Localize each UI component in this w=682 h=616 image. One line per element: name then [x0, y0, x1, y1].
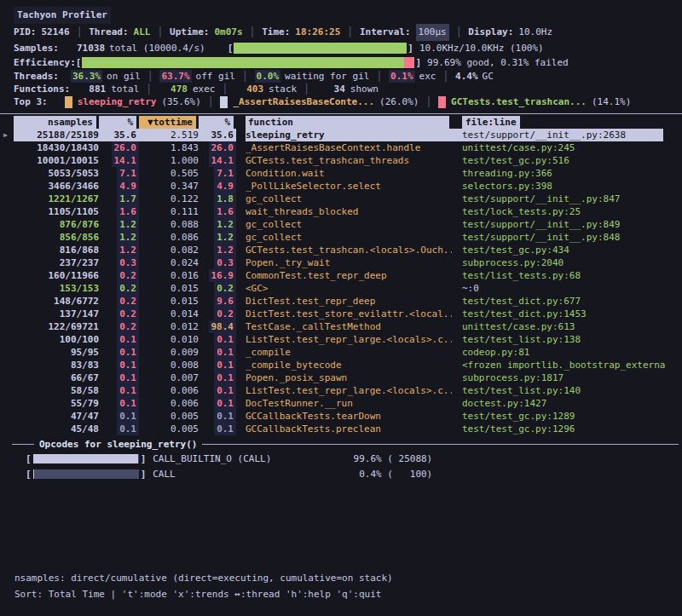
tottime-cell: 0.006	[139, 384, 199, 397]
table-row[interactable]: 45/48 0.1 0.005 0.1 GCCallbackTests.prec…	[0, 423, 682, 435]
footer-help-line: nsamples: direct/cumulative (direct=exec…	[14, 570, 682, 586]
tottime-cell: 0.024	[139, 256, 199, 269]
functions-shown: 34	[316, 83, 345, 95]
top3-label: Top 3:	[14, 95, 48, 109]
table-row[interactable]: 18430/18430 26.0 1.843 26.0 _AssertRaise…	[0, 141, 682, 154]
efficiency-summary: 99.69% good, 0.31% failed	[427, 56, 569, 70]
direct-pct-value: 0.2	[117, 282, 139, 295]
function-table-rows: ▶ 25188/25189 35.6 2.519 35.6 sleeping_r…	[0, 129, 682, 435]
direct-pct-cell: 1.2	[99, 218, 139, 231]
functions-exec: 478	[159, 83, 188, 95]
table-row[interactable]: 148/6772 0.2 0.015 9.6 DictTest.test_rep…	[0, 295, 682, 308]
table-row[interactable]: 160/11966 0.2 0.016 16.9 CommonTest.test…	[0, 269, 682, 282]
cumulative-pct-cell: 0.1	[199, 371, 236, 384]
file-line-cell: threading.py:366	[452, 167, 682, 180]
table-row[interactable]: 58/58 0.1 0.006 0.1 ListTest.test_repr_l…	[0, 384, 682, 397]
direct-pct-value: 1.6	[117, 205, 139, 218]
nsamples-cell: 1105/1105	[14, 205, 99, 218]
column-header-cumulative-pct[interactable]: %	[199, 116, 236, 129]
gold-medal-icon	[65, 96, 72, 108]
separator-line	[202, 444, 679, 445]
tottime-cell: 0.015	[139, 282, 199, 295]
table-row[interactable]: 83/83 0.1 0.008 0.1 _compile_bytecode <f…	[0, 359, 682, 371]
table-row[interactable]: 137/147 0.2 0.014 0.2 DictTest.test_stor…	[0, 308, 682, 320]
cumulative-pct-cell: 0.1	[199, 333, 236, 346]
cumulative-pct-cell: 0.1	[199, 423, 236, 435]
column-header-tottime[interactable]: ▼tottime	[139, 116, 199, 129]
direct-pct-cell: 0.1	[99, 333, 139, 346]
opcodes-separator: Opcodes for sleeping_retry()	[0, 437, 682, 451]
nsamples-cell: 856/856	[14, 231, 99, 244]
cumulative-pct-cell: 0.2	[199, 282, 236, 295]
function-name-cell: _compile	[246, 346, 452, 359]
file-line-cell: unittest/case.py:613	[452, 320, 682, 333]
file-line-cell: test/lock_tests.py:25	[452, 205, 682, 218]
separator: │	[303, 83, 309, 95]
gc-pct: 4.4%	[455, 70, 478, 83]
table-row[interactable]: 876/876 1.2 0.088 1.2 gc_collect test/su…	[0, 218, 682, 231]
efficiency-bar-good	[82, 57, 404, 68]
table-row[interactable]: 100/100 0.1 0.010 0.1 ListTest.test_repr…	[0, 333, 682, 346]
table-row[interactable]: 10001/10015 14.1 1.000 14.1 GCTests.test…	[0, 154, 682, 167]
cumulative-pct-value: 0.2	[214, 282, 236, 295]
time-value: 18:26:25	[295, 24, 340, 41]
column-header-nsamples[interactable]: nsamples	[14, 116, 99, 129]
table-row[interactable]: 5053/5053 7.1 0.505 7.1 Condition.wait t…	[0, 167, 682, 180]
nsamples-cell: 18430/18430	[14, 141, 99, 154]
table-row[interactable]: 816/868 1.2 0.082 1.2 GCTests.test_trash…	[0, 244, 682, 256]
table-row[interactable]: ▶ 25188/25189 35.6 2.519 35.6 sleeping_r…	[0, 129, 663, 141]
file-line-cell: codeop.py:81	[452, 346, 682, 359]
table-row[interactable]: 47/47 0.1 0.005 0.1 GCCallbackTests.tear…	[0, 410, 682, 423]
table-row[interactable]: 856/856 1.2 0.086 1.2 gc_collect test/su…	[0, 231, 682, 244]
table-row[interactable]: 55/79 0.1 0.006 0.1 DocTestRunner.__run …	[0, 397, 682, 410]
direct-pct-cell: 0.1	[99, 371, 139, 384]
tottime-cell: 0.016	[139, 269, 199, 282]
status-bar: PID:52146 │ Thread:ALL │ Uptime:0m07s │ …	[14, 24, 682, 41]
opcode-rows: [ ] CALL_BUILTIN_O (CALL) 99.6% ( 25088)…	[0, 451, 682, 481]
functions-shown-text: shown	[350, 83, 379, 95]
separator: │	[157, 24, 163, 41]
cumulative-pct-cell: 1.2	[199, 231, 236, 244]
column-header-file[interactable]: file:line	[452, 116, 682, 129]
cumulative-pct-value: 9.6	[214, 295, 236, 308]
table-row[interactable]: 153/153 0.2 0.015 0.2 <GC> ~:0	[0, 282, 682, 295]
tottime-cell: 0.012	[139, 320, 199, 333]
off-gil-pct: 63.7%	[159, 70, 191, 83]
file-line-cell: ~:0	[452, 282, 682, 295]
nsamples-cell: 47/47	[14, 410, 99, 423]
direct-pct-value: 14.1	[112, 154, 140, 167]
table-row[interactable]: 95/95 0.1 0.009 0.1 _compile codeop.py:8…	[0, 346, 682, 359]
tottime-header-label: ▼tottime	[139, 116, 196, 129]
table-row[interactable]: 122/69721 0.2 0.012 98.4 TestCase._callT…	[0, 320, 682, 333]
table-row[interactable]: 237/237 0.3 0.024 0.3 Popen._try_wait su…	[0, 256, 682, 269]
table-row[interactable]: 3466/3466 4.9 0.347 4.9 _PollLikeSelecto…	[0, 180, 682, 193]
direct-pct-cell: 0.3	[99, 256, 139, 269]
nsamples-cell: 83/83	[14, 359, 99, 371]
cumulative-pct-cell: 16.9	[199, 269, 236, 282]
table-row[interactable]: 66/67 0.1 0.007 0.1 Popen._posix_spawn s…	[0, 371, 682, 384]
table-row[interactable]: 1105/1105 1.6 0.111 1.6 wait_threads_blo…	[0, 205, 682, 218]
column-header-direct-pct[interactable]: %	[99, 116, 139, 129]
separator-line	[12, 444, 34, 445]
bar-close-bracket: ]	[407, 42, 413, 55]
tottime-cell: 0.005	[139, 423, 199, 435]
column-header-function[interactable]: function	[246, 116, 452, 129]
threads-row: Threads: 36.3%on gil │ 63.7%off gil │ 0.…	[14, 70, 682, 83]
separator: │	[77, 24, 83, 41]
cumulative-pct-cell: 0.1	[199, 346, 236, 359]
file-line-cell: subprocess.py:2040	[452, 256, 682, 269]
tottime-cell: 0.086	[139, 231, 199, 244]
cumulative-pct-value: 7.1	[214, 167, 236, 180]
function-name-cell: GCTests.test_trashcan.<locals>.Ouch...	[246, 244, 452, 256]
thread-value[interactable]: ALL	[134, 24, 151, 41]
bar-close-bracket: ]	[141, 453, 147, 464]
function-name-cell: wait_threads_blocked	[246, 205, 452, 218]
nsamples-cell: 153/153	[14, 282, 99, 295]
direct-pct-value: 35.6	[112, 129, 140, 141]
function-name-cell: DictTest.test_store_evilattr.<local...	[246, 308, 452, 320]
direct-pct-value: 0.2	[117, 308, 139, 320]
table-row[interactable]: 1221/1267 1.7 0.122 1.8 gc_collect test/…	[0, 193, 682, 205]
direct-pct-cell: 26.0	[99, 141, 139, 154]
cumulative-pct-value: 1.2	[214, 244, 236, 256]
cumulative-pct-cell: 9.6	[199, 295, 236, 308]
